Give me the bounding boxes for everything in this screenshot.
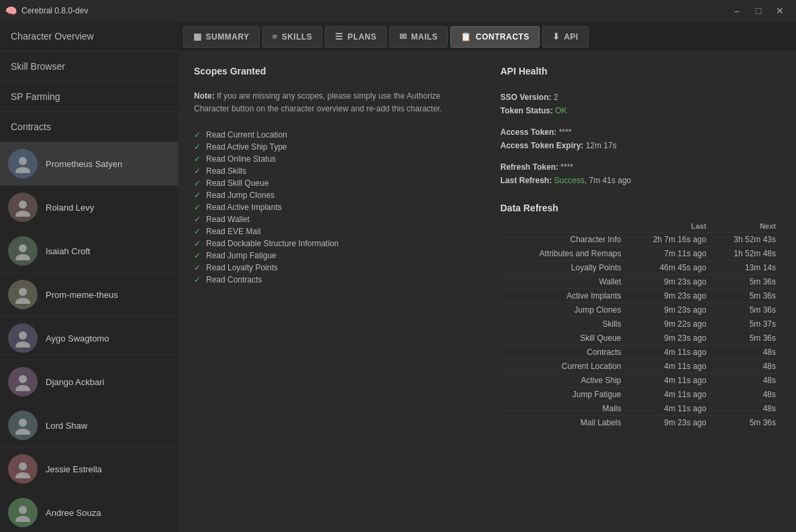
scope-label: Read Active Implants [206, 203, 282, 212]
table-row: Contracts4m 11s ago48s [501, 345, 781, 360]
char-item-lord-shaw[interactable]: Lord Shaw [0, 404, 178, 447]
scope-item: ✓Read Dockable Structure Information [194, 237, 474, 250]
sidebar-nav-contracts[interactable]: Contracts [0, 112, 178, 142]
row-next: 48s [710, 360, 780, 374]
scope-label: Read Skills [206, 166, 246, 176]
row-last: 4m 11s ago [626, 374, 711, 388]
tab-skills[interactable]: ≡SKILLS [262, 26, 323, 48]
tab-icon-plans: ☰ [335, 32, 344, 42]
row-name: Attributes and Remaps [501, 247, 626, 261]
data-refresh-title: Data Refresh [501, 203, 781, 213]
avatar-jessie [8, 454, 38, 484]
row-last: 9m 23s ago [626, 303, 711, 317]
char-name-roland: Roland Levy [46, 203, 94, 213]
table-row: Active Implants9m 23s ago5m 36s [501, 289, 781, 303]
sidebar-nav-character-overview[interactable]: Character Overview [0, 21, 178, 52]
avatar-django [8, 367, 38, 396]
avatar-roland [8, 193, 38, 222]
main-layout: Character OverviewSkill BrowserSP Farmin… [0, 21, 796, 532]
row-next: 5m 36s [710, 289, 780, 303]
scope-item: ✓Read Active Implants [194, 201, 474, 213]
row-next: 48s [710, 388, 780, 402]
row-last: 4m 11s ago [626, 388, 711, 402]
row-next: 13m 14s [710, 261, 780, 275]
scope-label: Read Loyalty Points [206, 263, 278, 272]
tab-plans[interactable]: ☰PLANS [325, 26, 387, 48]
char-name-prom-meme: Prom-meme-theus [46, 290, 118, 300]
table-row: Attributes and Remaps7m 11s ago1h 52m 48… [501, 247, 781, 261]
maximize-button[interactable]: □ [748, 0, 769, 21]
char-item-prometheus[interactable]: Prometheus Satyen [0, 142, 178, 186]
tab-bar: ▦SUMMARY≡SKILLS☰PLANS✉MAILS📋CONTRACTS⬇AP… [178, 21, 796, 52]
svg-point-8 [19, 331, 27, 339]
tab-mails[interactable]: ✉MAILS [389, 26, 448, 48]
scope-check-icon: ✓ [194, 251, 201, 260]
row-next: 5m 37s [710, 317, 780, 331]
tab-icon-api: ⬇ [552, 32, 560, 42]
tab-label-plans: PLANS [348, 32, 377, 42]
scope-item: ✓Read Skill Queue [194, 177, 474, 189]
row-name: Current Location [501, 360, 626, 374]
svg-point-13 [15, 429, 30, 435]
tab-api[interactable]: ⬇API [542, 26, 589, 48]
row-name: Active Ship [501, 374, 626, 388]
char-name-andree: Andree Souza [46, 508, 101, 518]
scope-label: Read Active Ship Type [206, 142, 287, 152]
row-name: Jump Fatigue [501, 388, 626, 402]
scopes-list: ✓Read Current Location✓Read Active Ship … [194, 129, 474, 286]
table-row: Mail Labels9m 23s ago5m 36s [501, 416, 781, 430]
scope-label: Read EVE Mail [206, 227, 260, 236]
scope-check-icon: ✓ [194, 191, 201, 200]
char-item-jessie[interactable]: Jessie Estrella [0, 447, 178, 491]
minimize-button[interactable]: – [726, 0, 748, 21]
char-and-nav-list: Character OverviewSkill BrowserSP Farmin… [0, 21, 178, 532]
char-name-django: Django Ackbari [46, 377, 104, 387]
scope-item: ✓Read Jump Fatigue [194, 250, 474, 262]
note-body: If you are missing any scopes, please si… [194, 91, 442, 113]
row-name: Jump Clones [501, 303, 626, 317]
tab-label-mails: MAILS [411, 32, 438, 42]
svg-point-5 [15, 254, 30, 260]
table-row: Loyalty Points46m 45s ago13m 14s [501, 261, 781, 275]
char-item-isaiah[interactable]: Isaiah Croft [0, 229, 178, 273]
tab-label-contracts: CONTRACTS [476, 32, 530, 42]
sso-version: SSO Version: 2 [501, 93, 781, 102]
table-header-0 [501, 220, 626, 233]
svg-point-11 [15, 385, 30, 391]
tab-icon-mails: ✉ [399, 32, 407, 42]
app-title: Cerebral 0.8.0-dev [21, 6, 726, 15]
scope-check-icon: ✓ [194, 154, 201, 164]
row-next: 5m 36s [710, 416, 780, 430]
char-item-andree[interactable]: Andree Souza [0, 491, 178, 532]
char-item-roland[interactable]: Roland Levy [0, 186, 178, 229]
row-last: 9m 23s ago [626, 275, 711, 289]
avatar-prom-meme [8, 280, 38, 309]
svg-point-9 [15, 341, 30, 348]
char-item-django[interactable]: Django Ackbari [0, 360, 178, 404]
svg-point-12 [19, 419, 27, 427]
row-last: 4m 11s ago [626, 345, 711, 360]
char-item-prom-meme[interactable]: Prom-meme-theus [0, 273, 178, 317]
svg-point-10 [19, 375, 27, 383]
scope-label: Read Wallet [206, 215, 250, 224]
table-header-2: Next [710, 220, 780, 233]
sidebar-nav-skill-browser[interactable]: Skill Browser [0, 52, 178, 82]
tab-contracts[interactable]: 📋CONTRACTS [450, 26, 539, 48]
row-last: 4m 11s ago [626, 360, 711, 374]
scope-label: Read Jump Fatigue [206, 251, 277, 260]
refresh-token: Refresh Token: **** [501, 162, 781, 172]
scope-check-icon: ✓ [194, 178, 201, 188]
sidebar-nav-sp-farming[interactable]: SP Farming [0, 82, 178, 112]
scope-label: Read Contracts [206, 275, 262, 284]
row-next: 3h 52m 43s [710, 233, 780, 247]
api-health-title: API Health [501, 66, 781, 79]
close-button[interactable]: ✕ [769, 0, 791, 21]
char-name-isaiah: Isaiah Croft [46, 246, 90, 256]
tab-summary[interactable]: ▦SUMMARY [183, 26, 260, 48]
content-area: ▦SUMMARY≡SKILLS☰PLANS✉MAILS📋CONTRACTS⬇AP… [178, 21, 796, 532]
table-row: Active Ship4m 11s ago48s [501, 374, 781, 388]
row-name: Skill Queue [501, 331, 626, 345]
char-item-aygo[interactable]: Aygo Swagtomo [0, 317, 178, 360]
row-name: Skills [501, 317, 626, 331]
table-row: Jump Fatigue4m 11s ago48s [501, 388, 781, 402]
